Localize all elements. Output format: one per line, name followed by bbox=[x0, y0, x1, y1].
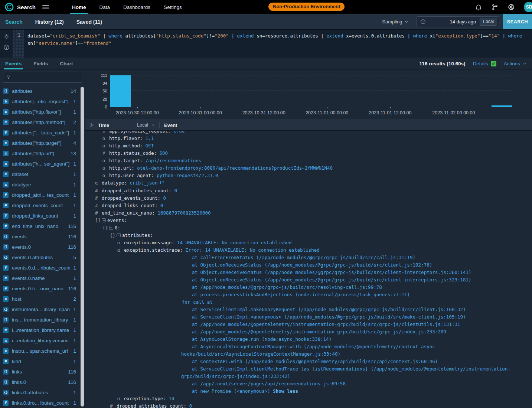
sidebar-field-ins-trumentation-library[interactable]: {}ins... trumentation_library1 bbox=[0, 314, 85, 325]
notifications-bell-icon[interactable] bbox=[475, 3, 482, 11]
event-field-row-exception-stacktrace[interactable]: αexception.stacktrace: Error: 14 UNAVAIL… bbox=[85, 247, 532, 254]
event-field-row-http-target[interactable]: αhttp.target: /api/recommendations bbox=[85, 157, 532, 164]
sidebar-field-links-0-attributes[interactable]: {}links.0.attributes1 bbox=[0, 387, 85, 398]
event-field-row-http-flavor[interactable]: αhttp.flavor: 1.1 bbox=[85, 135, 532, 142]
event-field-row-attributes[interactable]: {}attributes: bbox=[85, 232, 532, 239]
str-type-icon: α bbox=[3, 151, 9, 156]
timezone-selector[interactable]: Local bbox=[137, 123, 159, 128]
sidebar-field-links-0-dro-ibutes-count[interactable]: #links.0.dro... ibutes_count1 bbox=[0, 398, 85, 408]
workspace-wheel-icon[interactable] bbox=[507, 3, 515, 11]
editor-settings-gear-icon[interactable] bbox=[3, 33, 10, 39]
nav-item-home[interactable]: Home bbox=[65, 0, 93, 14]
fields-sidebar: {}attributes14battributes[...etic_reques… bbox=[0, 70, 85, 408]
hamburger-menu-icon[interactable] bbox=[42, 5, 49, 9]
num-type-icon: # bbox=[3, 265, 9, 271]
search-button[interactable]: SEARCH bbox=[503, 14, 532, 29]
nav-item-data[interactable]: Data bbox=[93, 0, 117, 14]
git-branch-icon[interactable] bbox=[491, 3, 499, 11]
sidebar-scrollbar[interactable] bbox=[81, 87, 84, 407]
show-less-link[interactable]: Show less bbox=[273, 388, 298, 394]
event-field-row-app-synthetic-request[interactable]: bapp.synthetic_request: true bbox=[85, 131, 532, 135]
field-name: events bbox=[12, 234, 65, 239]
collapse-toggle-icon[interactable] bbox=[117, 233, 121, 237]
sidebar-field-attributes-http-url[interactable]: αattributes["http.url"]13 bbox=[0, 148, 85, 159]
x-axis-tick-label: 2023-10-30 12:00:00 bbox=[116, 110, 159, 115]
sidebar-field-dataset[interactable]: αdataset1 bbox=[0, 169, 85, 179]
num-type-icon: # bbox=[3, 359, 9, 364]
sidebar-field-kind[interactable]: #kind1 bbox=[0, 356, 85, 366]
sidebar-field-events-0[interactable]: {}events.0116 bbox=[0, 242, 85, 252]
event-field-row-datatype[interactable]: αdatatype: cribl_json bbox=[85, 179, 532, 187]
chart-gridline bbox=[110, 83, 512, 83]
sidebar-field-end-time-unix-nano[interactable]: #end_time_unix_nano116 bbox=[0, 221, 85, 231]
event-field-row-0[interactable]: {}0: bbox=[85, 224, 532, 232]
sidebar-field-attributes-tatus-code[interactable]: #attributes["... tatus_code"]1 bbox=[0, 127, 85, 138]
subnav-tab-history-12[interactable]: History (12) bbox=[35, 19, 64, 25]
details-checkbox[interactable] bbox=[491, 61, 496, 66]
event-field-row-http-url[interactable]: αhttp.url: otel-demo-frontendproxy:8080/… bbox=[85, 164, 532, 172]
actions-menu[interactable]: Actions bbox=[504, 61, 527, 66]
details-toggle[interactable]: Details bbox=[473, 61, 496, 66]
sidebar-field-events[interactable]: {}events116 bbox=[0, 231, 85, 242]
sidebar-field-attributes-http-target[interactable]: αattributes["http.target"]4 bbox=[0, 138, 85, 148]
tab-fields[interactable]: Fields bbox=[33, 58, 48, 69]
histogram-bar[interactable] bbox=[110, 75, 131, 107]
sidebar-field-events-0-d-ributes-count[interactable]: #events.0.d... ributes_count1 bbox=[0, 262, 85, 273]
sidebar-field-attributes-h-ser-agent[interactable]: αattributes["h... ser_agent"]1 bbox=[0, 159, 85, 169]
sidebar-field-i-entation-library-version[interactable]: αi...entation_library.version1 bbox=[0, 335, 85, 346]
event-field-row-dropped-attributes-count[interactable]: #dropped_attributes_count: 0 bbox=[85, 187, 532, 195]
event-field-row-end-time-unix-nano[interactable]: #end_time_unix_nano: 1698679700823520000 bbox=[85, 209, 532, 217]
time-range-picker[interactable]: 14 days ago Local bbox=[417, 16, 499, 27]
field-value-link[interactable]: cribl_json bbox=[130, 180, 157, 186]
sidebar-field-events-0-ti-unix-nano[interactable]: #events.0.ti... unix_nano116 bbox=[0, 283, 85, 294]
subnav-tab-saved-11[interactable]: Saved (11) bbox=[76, 19, 102, 25]
event-field-row-http-method[interactable]: αhttp.method: GET bbox=[85, 142, 532, 150]
nav-item-settings[interactable]: Settings bbox=[157, 0, 189, 14]
sidebar-field-events-0-name[interactable]: αevents.0.name1 bbox=[0, 273, 85, 283]
subnav-tab-search[interactable]: Search bbox=[5, 19, 23, 25]
event-field-row-http-user-agent[interactable]: αhttp.user_agent: python-requests/2.31.0 bbox=[85, 172, 532, 179]
sidebar-field-dropped-events-count[interactable]: #dropped_events_count1 bbox=[0, 200, 85, 210]
timezone-button[interactable]: Local bbox=[480, 18, 497, 26]
event-field-row-events[interactable]: []events: bbox=[85, 217, 532, 224]
sidebar-field-attributes-http-flavor[interactable]: αattributes["http.flavor"]1 bbox=[0, 107, 85, 117]
nav-item-dashboards[interactable]: Dashboards bbox=[117, 0, 157, 14]
event-field-row-dropped-attributes-count[interactable]: #dropped_attributes_count: 0 bbox=[85, 402, 532, 408]
sidebar-field-i-mentation-library-name[interactable]: αi...mentation_library.name1 bbox=[0, 325, 85, 335]
external-link-icon[interactable] bbox=[160, 180, 164, 187]
editor-help-icon[interactable] bbox=[3, 44, 10, 50]
tab-chart[interactable]: Chart bbox=[60, 58, 73, 69]
sidebar-field-datatype[interactable]: αdatatype1 bbox=[0, 179, 85, 190]
collapse-toggle-icon[interactable] bbox=[102, 218, 106, 222]
collapse-toggle-icon[interactable] bbox=[109, 226, 113, 230]
user-avatar[interactable]: SB bbox=[524, 2, 532, 12]
cribl-logo-icon[interactable] bbox=[4, 2, 14, 12]
query-input[interactable]: dataset="cribl_se_beamish" | where attri… bbox=[24, 30, 532, 58]
sidebar-field-attributes[interactable]: {}attributes14 bbox=[0, 86, 85, 96]
sidebar-field-dropped-attri-tes-count[interactable]: #dropped_attri... tes_count1 bbox=[0, 190, 85, 200]
field-filter[interactable] bbox=[3, 72, 82, 83]
sidebar-field-instrumenta-ibrary-span[interactable]: {}instrumenta... ibrary_span1 bbox=[0, 304, 85, 314]
sidebar-field-instru-span-schema-url[interactable]: αinstru... span.schema_url1 bbox=[0, 346, 85, 356]
sampling-dropdown[interactable]: Sampling bbox=[382, 19, 408, 25]
tab-events[interactable]: Events bbox=[5, 58, 22, 69]
sidebar-field-dropped-links-count[interactable]: #dropped_links_count1 bbox=[0, 210, 85, 221]
str-type-icon: α bbox=[3, 327, 9, 333]
sidebar-field-events-0-attributes[interactable]: {}events.0.attributes5 bbox=[0, 252, 85, 262]
sidebar-field-attributes-http-method[interactable]: αattributes["http.method"]2 bbox=[0, 117, 85, 127]
histogram-bar[interactable] bbox=[492, 105, 512, 107]
table-settings-gear-icon[interactable] bbox=[89, 123, 94, 128]
event-field-row-exception-message[interactable]: αexception.message: 14 UNAVAILABLE: No c… bbox=[85, 239, 532, 247]
sidebar-field-links-0[interactable]: {}links.0116 bbox=[0, 377, 85, 387]
sidebar-field-host[interactable]: αhost2 bbox=[0, 294, 85, 304]
event-field-row-dropped-links-count[interactable]: #dropped_links_count: 0 bbox=[85, 202, 532, 209]
field-filter-input[interactable] bbox=[13, 75, 79, 80]
event-column-header: Event bbox=[164, 123, 177, 128]
result-tabs: EventsFieldsChart bbox=[5, 58, 73, 69]
event-field-row-exception-type[interactable]: αexception.type: 14 bbox=[85, 395, 532, 402]
event-field-row-http-status-code[interactable]: #http.status_code: 500 bbox=[85, 150, 532, 157]
subnav-right: Sampling 14 days ago Local SEARCH bbox=[382, 14, 532, 29]
sidebar-field-links[interactable]: {}links116 bbox=[0, 366, 85, 377]
sidebar-field-attributes-etic-request[interactable]: battributes[...etic_request"]1 bbox=[0, 96, 85, 107]
event-field-row-dropped-events-count[interactable]: #dropped_events_count: 0 bbox=[85, 195, 532, 202]
